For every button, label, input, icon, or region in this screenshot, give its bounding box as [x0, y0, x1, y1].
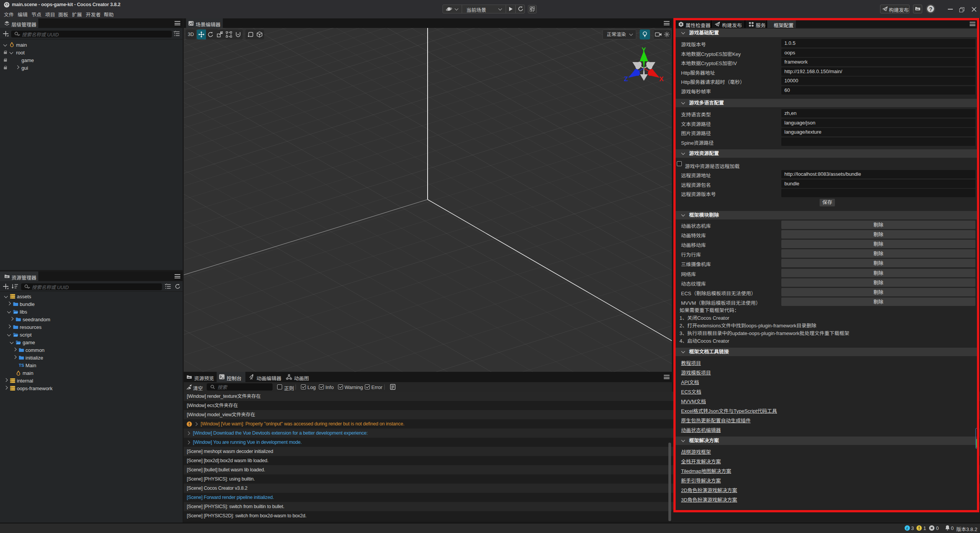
- svg-text:TS: TS: [19, 363, 24, 368]
- svg-text:Y: Y: [642, 46, 646, 54]
- svg-text:Z: Z: [624, 75, 628, 83]
- svg-text:X: X: [659, 75, 664, 83]
